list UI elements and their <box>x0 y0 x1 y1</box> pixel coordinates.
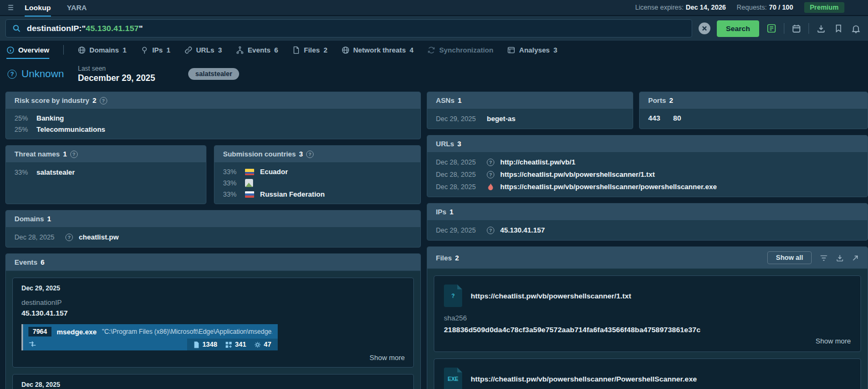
file-url[interactable]: https://cheatlist.pw/vb/powershellscanne… <box>471 292 631 300</box>
event-ip-value: 45.130.41.157 <box>21 309 405 317</box>
search-bar: destinationIP:"45.130.41.157" Search <box>0 16 868 41</box>
tab-network-threats[interactable]: Network threats4 <box>342 41 413 59</box>
right-column: ASNs1 Dec 29, 2025 beget-as Ports2 443 8… <box>427 92 868 389</box>
nav-tab-yara[interactable]: YARA <box>67 0 87 16</box>
port-value[interactable]: 80 <box>673 114 681 122</box>
threats-countries-row: Threat names1 ? 33%salatstealer Submissi… <box>5 145 421 204</box>
threat-names-card: Threat names1 ? 33%salatstealer <box>5 145 206 204</box>
bookmark-icon[interactable] <box>833 23 844 34</box>
divider <box>808 23 809 34</box>
process-cmdline: "C:\Program Files (x86)\Microsoft\Edge\A… <box>102 328 272 335</box>
file-item: ? https://cheatlist.pw/vb/powershellscan… <box>434 275 861 352</box>
license-expires: License expires:Dec 14, 2026 <box>635 4 726 11</box>
download-icon[interactable] <box>836 254 844 262</box>
show-all-button[interactable]: Show all <box>767 251 812 264</box>
files-header: Files2 Show all <box>427 247 867 269</box>
url-row: Dec 28, 2025 https://cheatlist.pw/vb/pow… <box>427 181 867 193</box>
events-card: Events6 Dec 29, 2025 destinationIP 45.13… <box>5 253 421 389</box>
left-column: Risk score by industry2 ? 25%Banking 25%… <box>5 92 421 389</box>
threat-tag[interactable]: salatstealer <box>188 68 239 80</box>
modules-icon <box>225 341 232 348</box>
file-item: EXE https://cheatlist.pw/vb/powershellsc… <box>434 358 861 389</box>
url-row: Dec 28, 2025 ? http://cheatlist.pw/vb/1 <box>427 156 867 168</box>
calendar-icon[interactable] <box>791 23 802 34</box>
unknown-verdict-icon: ? <box>487 227 494 234</box>
gear-icon <box>254 341 261 348</box>
top-bar: Lookup YARA License expires:Dec 14, 2026… <box>0 0 868 16</box>
file-url[interactable]: https://cheatlist.pw/vb/powershellscanne… <box>471 375 697 383</box>
tab-domains[interactable]: Domains1 <box>78 41 127 59</box>
submission-countries-card: Submission countries3 ? 33% Ecuador 33% <box>214 145 421 204</box>
search-icon <box>12 24 21 33</box>
event-item: Dec 28, 2025 destinationIP 45.130.41.157 <box>12 374 414 389</box>
threads-counter: 47 <box>254 341 271 348</box>
country-row: 33% <box>214 177 420 189</box>
process-name: msedge.exe <box>57 328 97 336</box>
event-item: Dec 29, 2025 destinationIP 45.130.41.157… <box>12 278 414 368</box>
risk-row: 25%Banking <box>6 113 420 124</box>
verdict-unknown[interactable]: ? Unknown <box>8 68 64 80</box>
submission-countries-header: Submission countries3 ? <box>214 146 420 163</box>
port-value[interactable]: 443 <box>648 114 661 122</box>
show-more-link[interactable]: Show more <box>21 354 405 362</box>
file-type-icon: EXE <box>444 368 462 389</box>
filter-icon[interactable] <box>820 255 828 261</box>
process-counters: 1348 341 47 <box>187 339 278 350</box>
domain-row: Dec 28, 2025 ? cheatlist.pw <box>6 231 420 243</box>
tab-ips[interactable]: IPs1 <box>140 41 170 59</box>
missing-flag-icon <box>245 179 253 187</box>
show-more-link[interactable]: Show more <box>444 337 851 345</box>
risk-score-header: Risk score by industry2 ? <box>6 92 420 109</box>
threat-name-row: 33%salatstealer <box>6 166 206 178</box>
asns-card: ASNs1 Dec 29, 2025 beget-as <box>427 92 633 129</box>
country-row: 33% Russian Federation <box>214 189 420 200</box>
tab-analyses[interactable]: Analyses3 <box>507 41 557 59</box>
tab-synchronization: Synchronization <box>427 41 493 59</box>
event-field-label: destinationIP <box>21 298 405 306</box>
tab-overview[interactable]: Overview <box>6 41 49 59</box>
hash-value[interactable]: 218836d509d0da4c78cf3a59e7572aab714fa6fa… <box>444 326 851 334</box>
event-date: Dec 29, 2025 <box>21 285 405 292</box>
bell-icon[interactable] <box>850 23 862 34</box>
nav-tab-lookup[interactable]: Lookup <box>25 0 51 16</box>
asns-header: ASNs1 <box>427 92 633 109</box>
last-seen: Last seen December 29, 2025 <box>78 65 155 83</box>
result-summary: ? Unknown Last seen December 29, 2025 sa… <box>0 59 868 90</box>
connections-icon <box>23 339 42 350</box>
events-header: Events6 <box>6 254 420 271</box>
malicious-flame-icon <box>487 183 494 191</box>
tab-urls[interactable]: URLs3 <box>184 41 222 59</box>
download-icon[interactable] <box>815 23 827 34</box>
divider <box>63 45 64 55</box>
files-card: Files2 Show all ? <box>427 246 868 389</box>
process-row[interactable]: 7964 msedge.exe "C:\Program Files (x86)\… <box>21 324 278 350</box>
urls-header: URLs3 <box>427 136 867 153</box>
threat-names-header: Threat names1 ? <box>6 146 206 163</box>
urls-card: URLs3 Dec 28, 2025 ? http://cheatlist.pw… <box>427 135 868 197</box>
asn-row: Dec 29, 2025 beget-as <box>427 113 633 125</box>
country-row: 33% Ecuador <box>214 166 420 177</box>
domains-card: Domains1 Dec 28, 2025 ? cheatlist.pw <box>5 210 421 248</box>
query-report-icon[interactable] <box>766 23 777 34</box>
search-button[interactable]: Search <box>717 20 759 37</box>
search-input[interactable]: destinationIP:"45.130.41.157" <box>5 19 692 38</box>
overview-content: Risk score by industry2 ? 25%Banking 25%… <box>0 90 868 389</box>
risk-score-card: Risk score by industry2 ? 25%Banking 25%… <box>5 92 421 139</box>
risk-row: 25%Telecommunications <box>6 124 420 135</box>
file-type-icon: ? <box>444 285 462 307</box>
question-circle-icon: ? <box>8 70 17 79</box>
tab-files[interactable]: Files2 <box>292 41 328 59</box>
clear-search-icon[interactable] <box>699 23 710 34</box>
external-link-icon[interactable] <box>852 255 859 261</box>
divider <box>784 23 784 34</box>
ecuador-flag-icon <box>245 169 254 175</box>
unknown-verdict-icon: ? <box>487 171 494 178</box>
menu-list-icon[interactable] <box>5 3 14 12</box>
help-icon[interactable]: ? <box>306 151 314 158</box>
help-icon[interactable]: ? <box>70 151 78 158</box>
files-counter: 1348 <box>194 341 217 348</box>
help-icon[interactable]: ? <box>100 97 107 104</box>
ips-card: IPs1 Dec 29, 2025 ? 45.130.41.157 <box>427 203 868 241</box>
tab-events[interactable]: Events6 <box>236 41 278 59</box>
result-tabs: Overview Domains1 IPs1 URLs3 Events6 Fil… <box>0 41 868 59</box>
